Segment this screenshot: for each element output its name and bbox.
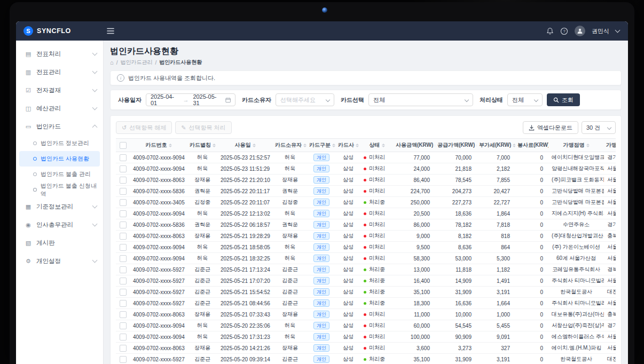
table-row[interactable]: 4009-0702-xxxx-5927김준근2025-05-20 09:39:1… — [116, 354, 616, 364]
table-row[interactable]: 4009-0702-xxxx-9094허욱2025-05-23 11:51:29… — [116, 163, 616, 175]
user-avatar[interactable] — [575, 26, 585, 36]
column-header-amount[interactable]: 사용금액(KRW) — [394, 139, 435, 152]
table-row[interactable]: 4009-0702-xxxx-5836권혁운2025-05-22 06:18:5… — [116, 219, 616, 231]
sidebar-item-label: 전표처리 — [36, 50, 89, 58]
table-row[interactable]: 4009-0702-xxxx-9094허욱2025-05-23 21:52:57… — [116, 152, 616, 163]
sidebar-subitem[interactable]: 법인카드 사용현황 — [19, 151, 100, 167]
row-checkbox[interactable] — [120, 210, 127, 217]
row-checkbox[interactable] — [120, 300, 127, 307]
table-row[interactable]: 4009-0702-xxxx-9094허욱2025-05-22 12:13:02… — [116, 208, 616, 219]
row-checkbox[interactable] — [120, 221, 127, 228]
deselect-button[interactable]: ↺ 선택항목 해제 — [116, 121, 172, 134]
column-header-address[interactable]: 가맹점주소 — [604, 139, 616, 152]
menu-toggle-icon[interactable] — [105, 26, 116, 36]
row-checkbox[interactable] — [120, 244, 127, 251]
table-row[interactable]: 4009-0702-xxxx-8063장재용2025-05-21 07:33:4… — [116, 309, 616, 320]
sidebar-item-personal[interactable]: ⚙개인설정 — [16, 252, 103, 270]
sidebar-subitem[interactable]: 법인카드 불출 관리 — [19, 167, 100, 182]
card-owner-select[interactable]: 선택해주세요 — [276, 93, 334, 106]
sidebar-item-e-approval[interactable]: ☑전자결재 — [16, 81, 103, 99]
sort-icon[interactable] — [476, 144, 477, 147]
page-size-select[interactable]: 30 건 — [582, 121, 616, 134]
sidebar-item-hr-admin[interactable]: ◉인사총무관리 — [16, 216, 103, 234]
sort-icon[interactable] — [169, 144, 172, 147]
sidebar-item-slip-processing[interactable]: ▤전표처리 — [16, 45, 103, 63]
help-icon[interactable]: ? — [560, 27, 568, 35]
table-row[interactable]: 4009-0702-xxxx-9094허욱2025-05-21 18:58:05… — [116, 242, 616, 253]
column-header-merchant[interactable]: 가맹점명 — [548, 139, 604, 152]
search-button[interactable]: 조회 — [547, 93, 580, 106]
sort-icon[interactable] — [513, 144, 515, 147]
table-row[interactable]: 4009-0702-xxxx-9094허욱2025-05-21 18:32:25… — [116, 253, 616, 264]
cell-owner: 권혁운 — [273, 186, 307, 197]
sort-icon[interactable] — [382, 144, 385, 147]
home-icon[interactable]: ⌂ — [110, 60, 114, 65]
chevron-down-icon[interactable] — [615, 28, 621, 33]
row-checkbox[interactable] — [120, 266, 127, 273]
column-header-supply[interactable]: 공급가액(KRW) — [435, 139, 477, 152]
column-header-vat[interactable]: 부가세(KRW) — [477, 139, 515, 152]
app-logo[interactable]: S SYNCFLO — [16, 26, 104, 36]
sort-icon[interactable] — [356, 144, 359, 147]
row-checkbox[interactable] — [120, 154, 127, 161]
sort-icon[interactable] — [213, 144, 216, 147]
column-header-owner[interactable]: 카드소유자 — [273, 139, 307, 152]
table-row[interactable]: 4009-0702-xxxx-9094허욱2025-05-20 17:31:23… — [116, 331, 616, 343]
sort-icon[interactable] — [586, 144, 590, 147]
date-range-picker[interactable]: 2025-04-01 → 2025-05-31 — [146, 93, 235, 106]
column-header-service_fee[interactable]: 봉사료(KRW) — [515, 139, 548, 152]
process-button[interactable]: ✎ 선택항목 처리 — [175, 121, 231, 134]
table-row[interactable]: 4009-0702-xxxx-5836권혁운2025-05-22 20:11:1… — [116, 186, 616, 197]
row-checkbox[interactable] — [120, 289, 127, 296]
column-header-card_no[interactable]: 카드번호 — [130, 139, 187, 152]
sidebar-item-board[interactable]: ▧게시판 — [16, 234, 103, 252]
select-all-checkbox[interactable] — [120, 142, 127, 149]
row-checkbox[interactable] — [120, 255, 127, 262]
table-row[interactable]: 4009-0702-xxxx-9094허욱2025-05-20 22:35:06… — [116, 320, 616, 331]
table-row[interactable]: 4009-0702-xxxx-5927김준근2025-05-21 17:13:2… — [116, 264, 616, 275]
table-row[interactable]: 4009-0702-xxxx-8063장재용2025-05-22 21:20:1… — [116, 175, 616, 186]
row-checkbox[interactable] — [120, 311, 127, 318]
sidebar-item-label: 전자결재 — [36, 86, 89, 94]
sidebar-item-corp-card[interactable]: ▭법인카드 — [16, 117, 103, 136]
row-checkbox[interactable] — [120, 165, 127, 172]
column-header-card_type[interactable]: 카드구분 — [307, 139, 336, 152]
sort-icon[interactable] — [435, 144, 435, 147]
row-checkbox[interactable] — [120, 188, 127, 195]
sort-icon[interactable] — [332, 144, 335, 147]
column-header-alias[interactable]: 카드별칭 — [187, 139, 217, 152]
table-row[interactable]: 4009-0702-xxxx-8063장재용2025-05-20 14:21:2… — [116, 343, 616, 354]
column-header-used_at[interactable]: 사용일 — [217, 139, 273, 152]
breadcrumb-item[interactable]: 법인카드관리 — [120, 59, 152, 66]
sort-icon[interactable] — [303, 144, 307, 147]
notification-bell-icon[interactable] — [546, 27, 554, 35]
sidebar-item-slip-management[interactable]: ▥전표관리 — [16, 63, 103, 81]
row-checkbox[interactable] — [120, 177, 127, 184]
column-header-status[interactable]: 상태 — [360, 139, 394, 152]
row-checkbox[interactable] — [120, 322, 127, 329]
row-checkbox[interactable] — [120, 278, 127, 284]
row-checkbox[interactable] — [120, 233, 127, 240]
sort-icon[interactable] — [253, 144, 256, 147]
cell-vat: 7,855 — [477, 175, 515, 186]
table-row[interactable]: 4009-0702-xxxx-8063장재용2025-05-21 19:28:2… — [116, 231, 616, 242]
card-select[interactable]: 전체 — [368, 93, 473, 106]
column-header-card_co[interactable]: 카드사 — [336, 139, 360, 152]
status-select[interactable]: 전체 — [507, 93, 543, 106]
row-checkbox[interactable] — [120, 334, 127, 341]
table-row[interactable]: 4009-0702-xxxx-5927김준근2025-05-21 15:54:5… — [116, 287, 616, 298]
sidebar-subitem[interactable]: 법인카드 불출 신청내역 — [19, 182, 100, 197]
excel-download-button[interactable]: 엑셀다운로드 — [523, 121, 578, 134]
sidebar-item-master-info[interactable]: ▦기준정보관리 — [16, 197, 103, 216]
row-checkbox[interactable] — [120, 199, 127, 206]
table-row[interactable]: 4009-0702-xxxx-5927김준근2025-05-21 08:44:5… — [116, 298, 616, 309]
date-to[interactable]: 2025-05-31 — [193, 93, 221, 106]
table-row[interactable]: 4009-0702-xxxx-5927김준근2025-05-21 17:07:2… — [116, 275, 616, 287]
date-from[interactable]: 2025-04-01 — [151, 93, 178, 106]
user-name[interactable]: 권민식 — [592, 27, 609, 35]
sidebar-subitem[interactable]: 법인카드 정보관리 — [19, 136, 100, 151]
table-row[interactable]: 4009-0702-xxxx-3405김정중2025-05-22 20:11:0… — [116, 197, 616, 208]
row-checkbox[interactable] — [120, 345, 127, 352]
sidebar-item-budget[interactable]: ◫예산관리 — [16, 99, 103, 117]
row-checkbox[interactable] — [120, 356, 127, 363]
